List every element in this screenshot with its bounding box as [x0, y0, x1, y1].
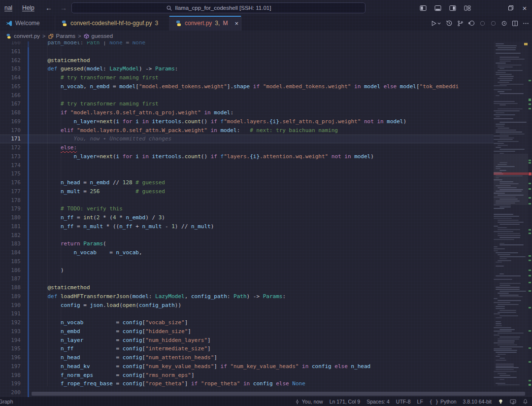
line-number[interactable]: 191	[0, 309, 21, 318]
line-number[interactable]: 198	[0, 371, 21, 380]
code-line[interactable]: 181 n_ff = n_mult * ((n_ff + n_mult - 1)…	[0, 222, 494, 231]
command-center[interactable]: llama_cpp_for_codeshell [SSH: 11.01]	[71, 2, 366, 13]
line-number[interactable]: 194	[0, 336, 21, 345]
line-number[interactable]: 173	[0, 152, 21, 161]
line-number[interactable]: 183	[0, 239, 21, 248]
blame-status[interactable]: You, now	[295, 399, 323, 405]
code-line[interactable]: 195 n_ff = config["intermediate_size"]	[0, 344, 494, 353]
split-editor-icon[interactable]	[512, 20, 518, 27]
notifications-bell[interactable]	[523, 399, 528, 405]
clock-icon[interactable]	[501, 20, 507, 27]
breadcrumb-file[interactable]: convert.py	[14, 33, 40, 39]
encoding-status[interactable]: UTF-8	[396, 399, 411, 405]
line-number[interactable]: 174	[0, 161, 21, 170]
code-line[interactable]: 166	[0, 91, 494, 100]
line-number[interactable]: 176	[0, 178, 21, 187]
line-number[interactable]: 185	[0, 257, 21, 266]
lightbulb-status[interactable]	[498, 399, 503, 405]
eol-status[interactable]: LF	[417, 399, 423, 405]
line-number[interactable]: 192	[0, 318, 21, 327]
code-line[interactable]: 168 if "model.layers.0.self_attn.q_proj.…	[0, 108, 494, 117]
line-number[interactable]: 187	[0, 274, 21, 283]
line-number[interactable]: 200	[0, 388, 21, 397]
git-graph-status[interactable]: Git Graph	[0, 399, 13, 405]
code-line[interactable]: 189 def loadHFTransformerJson(model: Laz…	[0, 292, 494, 301]
source-control-branch-icon[interactable]	[457, 20, 464, 27]
horizontal-scrollbar[interactable]	[32, 392, 530, 396]
line-number[interactable]: 164	[0, 73, 21, 82]
circle-icon-2[interactable]	[490, 20, 497, 27]
code-line[interactable]: 190 config = json.load(open(config_path)…	[0, 301, 494, 310]
code-line[interactable]: 186 )	[0, 266, 494, 275]
code-line[interactable]: 196 n_head = config["num_attention_heads…	[0, 353, 494, 362]
code-line[interactable]: 162 @staticmethod	[0, 56, 494, 65]
code-line[interactable]: 198 f_norm_eps = config["rms_norm_eps"]	[0, 371, 494, 380]
overview-ruler[interactable]	[528, 41, 532, 386]
undo-circle-icon[interactable]	[468, 20, 475, 27]
code-line[interactable]: 170 elif "model.layers.0.self_attn.W_pac…	[0, 126, 494, 135]
toggle-secondary-sidebar-icon[interactable]	[446, 0, 459, 16]
line-number[interactable]: 163	[0, 65, 21, 73]
code-line[interactable]: 184 n_vocab = n_vocab,	[0, 248, 494, 257]
cursor-position[interactable]: Ln 171, Col 9	[330, 399, 360, 405]
indentation-status[interactable]: Spaces: 4	[366, 399, 390, 405]
code-line[interactable]: 180 n_ff = int(2 * (4 * n_embd) / 3)	[0, 213, 494, 222]
code-line[interactable]: 178	[0, 196, 494, 205]
tab-convert-codeshell-hf-to-gguf[interactable]: convert-codeshell-hf-to-gguf.py 3	[55, 16, 169, 31]
line-number[interactable]: 161	[0, 47, 21, 56]
tab-convert-py[interactable]: convert.py 3, M ×	[169, 16, 241, 31]
code-line[interactable]: 161	[0, 47, 494, 56]
line-number[interactable]: 167	[0, 100, 21, 108]
code-line[interactable]: 169 n_layer=next(i for i in itertools.co…	[0, 117, 494, 126]
code-line[interactable]: 160 path_model: Path | None = None	[0, 41, 494, 47]
screencast-status[interactable]	[510, 399, 516, 405]
menu-terminal-partial[interactable]: nal	[1, 3, 16, 13]
close-tab-icon[interactable]: ×	[234, 20, 238, 27]
menu-help[interactable]: Help	[19, 3, 38, 13]
code-line[interactable]: 199 f_rope_freq_base = config["rope_thet…	[0, 379, 494, 388]
python-interpreter[interactable]: 3.8.10 64-bit	[463, 399, 492, 405]
code-line[interactable]: 163 def guessed(model: LazyModel) -> Par…	[0, 65, 494, 73]
code-line[interactable]: 173 n_layer=next(i for i in itertools.co…	[0, 152, 494, 161]
line-number[interactable]: 166	[0, 91, 21, 100]
line-number[interactable]: 168	[0, 108, 21, 117]
more-actions-icon[interactable]	[523, 20, 529, 27]
line-number[interactable]: 188	[0, 283, 21, 292]
code-line[interactable]: 197 n_head_kv = config["num_key_value_he…	[0, 362, 494, 371]
line-number[interactable]: 189	[0, 292, 21, 301]
line-number[interactable]: 186	[0, 266, 21, 275]
line-number[interactable]: 193	[0, 327, 21, 336]
code-line[interactable]: 171 You, now • Uncommitted changes	[0, 135, 494, 143]
line-number[interactable]: 175	[0, 169, 21, 178]
code-line[interactable]: 179 # TODO: verify this	[0, 204, 494, 213]
line-number[interactable]: 172	[0, 143, 21, 152]
language-mode[interactable]: { }Python	[430, 399, 457, 405]
line-number[interactable]: 180	[0, 213, 21, 222]
line-number[interactable]: 196	[0, 353, 21, 362]
breadcrumb-method[interactable]: guessed	[92, 33, 113, 39]
code-line[interactable]: 192 n_vocab = config["vocab_size"]	[0, 318, 494, 327]
back-icon[interactable]: ←	[45, 4, 52, 12]
code-line[interactable]: 167 # try transformer naming first	[0, 100, 494, 108]
line-number[interactable]: 171	[0, 135, 21, 143]
line-number[interactable]: 182	[0, 231, 21, 240]
close-window-icon[interactable]: ×	[517, 0, 532, 16]
code-line[interactable]: 177 n_mult = 256 # guessed	[0, 187, 494, 196]
line-number[interactable]: 169	[0, 117, 21, 126]
tab-welcome[interactable]: Welcome	[0, 16, 55, 31]
line-number[interactable]: 177	[0, 187, 21, 196]
code-line[interactable]: 188 @staticmethod	[0, 283, 494, 292]
code-line[interactable]: 172 else:	[0, 143, 494, 152]
breadcrumb-class[interactable]: Params	[56, 33, 76, 39]
line-number[interactable]: 170	[0, 126, 21, 135]
code-line[interactable]: 176 n_head = n_embd // 128 # guessed	[0, 178, 494, 187]
code-line[interactable]: 174	[0, 161, 494, 170]
line-number[interactable]: 179	[0, 204, 21, 213]
restore-window-icon[interactable]	[504, 0, 517, 16]
code-line[interactable]: 193 n_embd = config["hidden_size"]	[0, 327, 494, 336]
code-line[interactable]: 164 # try transformer naming first	[0, 73, 494, 82]
line-number[interactable]: 162	[0, 56, 21, 65]
circle-icon-1[interactable]	[479, 20, 486, 27]
line-number[interactable]: 199	[0, 379, 21, 388]
line-number[interactable]: 197	[0, 362, 21, 371]
